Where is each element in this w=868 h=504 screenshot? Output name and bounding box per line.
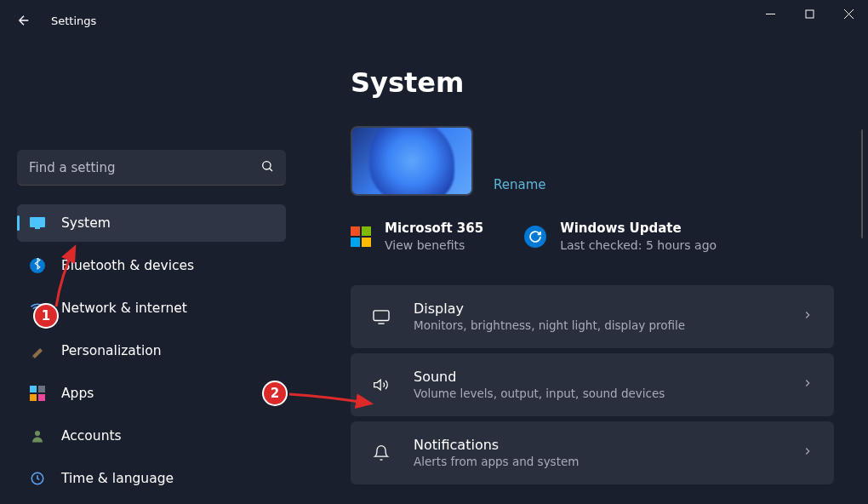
sidebar-item-bluetooth[interactable]: Bluetooth & devices	[17, 247, 286, 284]
device-section: Rename	[351, 126, 834, 196]
page-title: System	[351, 66, 834, 99]
update-icon	[524, 226, 546, 248]
display-icon	[371, 309, 391, 324]
nav-list: System Bluetooth & devices Network & int…	[17, 204, 286, 502]
rename-link[interactable]: Rename	[494, 177, 546, 192]
sidebar-item-personalization[interactable]: Personalization	[17, 332, 286, 369]
sidebar-item-accounts[interactable]: Accounts	[17, 417, 286, 455]
maximize-icon	[805, 9, 814, 19]
update-title: Windows Update	[560, 220, 717, 238]
svg-point-10	[35, 431, 40, 436]
search-input[interactable]	[17, 150, 286, 186]
svg-rect-6	[30, 386, 37, 392]
close-icon	[844, 9, 854, 19]
svg-rect-0	[806, 10, 814, 18]
sidebar-item-label: Personalization	[61, 343, 162, 358]
settings-list: Display Monitors, brightness, night ligh…	[351, 285, 834, 484]
minimize-icon	[766, 9, 775, 19]
close-button[interactable]	[829, 0, 868, 27]
svg-rect-2	[30, 217, 45, 227]
setting-desc: Alerts from apps and system	[414, 455, 802, 468]
search-container	[17, 150, 286, 186]
device-thumbnail[interactable]	[351, 126, 473, 196]
setting-desc: Monitors, brightness, night light, displ…	[414, 318, 802, 332]
setting-sound[interactable]: Sound Volume levels, output, input, soun…	[351, 353, 834, 416]
bluetooth-icon	[29, 257, 46, 274]
setting-display[interactable]: Display Monitors, brightness, night ligh…	[351, 285, 834, 348]
svg-rect-12	[374, 310, 389, 320]
content-area: System Rename Microsoft 365 View benefit…	[303, 41, 868, 504]
time-icon	[29, 470, 46, 487]
search-icon	[260, 159, 274, 176]
chevron-right-icon	[802, 444, 814, 461]
system-icon	[29, 215, 46, 232]
setting-notifications[interactable]: Notifications Alerts from apps and syste…	[351, 421, 834, 484]
back-button[interactable]	[7, 3, 41, 37]
setting-title: Display	[414, 301, 802, 317]
setting-title: Sound	[414, 369, 802, 385]
app-title: Settings	[51, 14, 96, 27]
sidebar-item-label: Time & language	[61, 471, 174, 486]
sidebar-item-apps[interactable]: Apps	[17, 375, 286, 412]
annotation-badge-1: 1	[33, 303, 59, 329]
sidebar-item-label: Network & internet	[61, 301, 187, 316]
svg-rect-9	[38, 394, 45, 401]
svg-rect-7	[38, 386, 45, 392]
sidebar-item-label: Apps	[61, 386, 94, 401]
svg-rect-8	[30, 394, 37, 401]
chevron-right-icon	[802, 308, 814, 324]
info-cards: Microsoft 365 View benefits Windows Upda…	[351, 220, 834, 255]
maximize-button[interactable]	[790, 0, 829, 27]
setting-title: Notifications	[414, 437, 802, 453]
sidebar: System Bluetooth & devices Network & int…	[0, 41, 303, 504]
setting-desc: Volume levels, output, input, sound devi…	[414, 387, 802, 400]
personalization-icon	[29, 342, 46, 359]
accounts-icon	[29, 427, 46, 444]
titlebar: Settings	[0, 0, 868, 41]
svg-point-1	[263, 162, 271, 169]
sidebar-item-time[interactable]: Time & language	[17, 460, 286, 497]
arrow-left-icon	[16, 13, 31, 28]
apps-icon	[29, 385, 46, 402]
notifications-icon	[371, 444, 391, 462]
sidebar-item-label: Accounts	[61, 428, 122, 444]
chevron-right-icon	[802, 376, 814, 392]
update-sub: Last checked: 5 hours ago	[560, 238, 717, 255]
microsoft-icon	[351, 226, 371, 247]
sidebar-item-system[interactable]: System	[17, 204, 286, 242]
sidebar-item-label: Bluetooth & devices	[61, 258, 194, 273]
ms365-title: Microsoft 365	[385, 220, 483, 238]
windows-update-card[interactable]: Windows Update Last checked: 5 hours ago	[524, 220, 717, 255]
ms365-sub: View benefits	[385, 238, 483, 255]
minimize-button[interactable]	[751, 0, 790, 27]
window-controls	[751, 0, 868, 27]
sidebar-item-label: System	[61, 215, 111, 231]
window-scrollbar[interactable]	[861, 129, 863, 198]
annotation-badge-2: 2	[262, 381, 288, 406]
svg-rect-3	[35, 227, 40, 229]
ms365-card[interactable]: Microsoft 365 View benefits	[351, 220, 483, 255]
sound-icon	[371, 376, 391, 393]
